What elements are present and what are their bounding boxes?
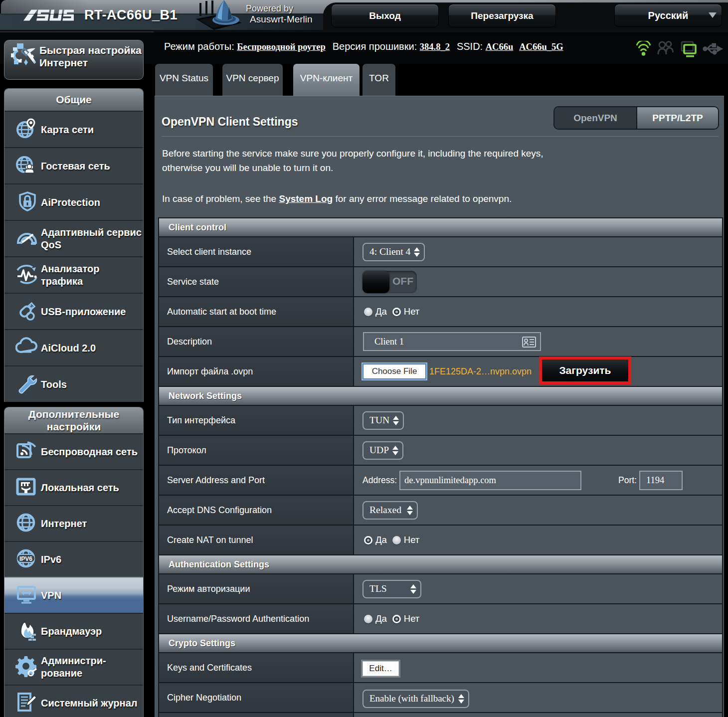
svg-text:IPV6: IPV6 (19, 555, 32, 562)
